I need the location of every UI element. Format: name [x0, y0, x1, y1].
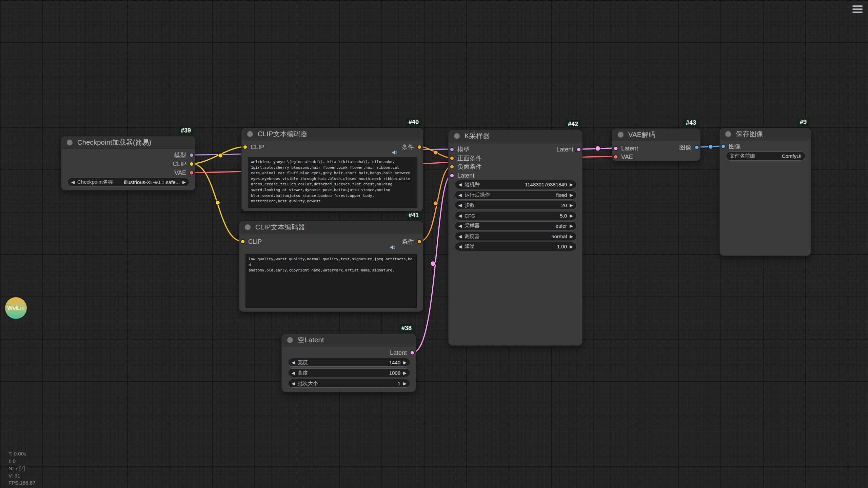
output-label-model: 模型	[174, 151, 186, 159]
output-label-clip: CLIP	[173, 161, 186, 168]
input-port-negative[interactable]	[450, 164, 454, 169]
arrow-right-icon[interactable]: ▶	[403, 360, 407, 365]
input-port-image[interactable]	[721, 144, 726, 149]
node-titlebar[interactable]: CLIP文本编码器	[242, 128, 423, 140]
widget-seed[interactable]: ◀ 随机种 114830176381849 ▶	[455, 180, 577, 189]
output-label-vae: VAE	[174, 169, 186, 177]
arrow-right-icon[interactable]: ▶	[570, 193, 573, 197]
arrow-right-icon[interactable]: ▶	[570, 182, 573, 187]
input-port-vae[interactable]	[613, 155, 618, 159]
speaker-icon[interactable]	[392, 149, 398, 156]
node-vae-decode[interactable]: #43 VAE解码 Latent VAE 图像	[612, 128, 701, 161]
widget-height[interactable]: ◀ 高度 1008 ▶	[288, 368, 410, 377]
node-ksampler[interactable]: #42 K采样器 模型 正面条件 负面条件 Latent Latent ◀ 随机…	[448, 130, 583, 346]
output-port-clip[interactable]	[189, 162, 194, 166]
node-clip-text-encode-positive[interactable]: #40 CLIP文本编码器 CLIP 条件 welchino, yanyo \(…	[241, 128, 423, 211]
arrow-right-icon[interactable]: ▶	[570, 214, 573, 218]
output-label-conditioning: 条件	[402, 238, 414, 246]
performance-stats: T: 0.00s I: 0 N: 7 [7] V: 31 FPS:166.67	[8, 450, 35, 487]
node-title: 空Latent	[298, 336, 324, 345]
node-title: CLIP文本编码器	[255, 223, 305, 232]
node-empty-latent[interactable]: #38 空Latent Latent ◀ 宽度 1440 ▶ ◀ 高度 1008…	[281, 334, 416, 392]
widget-width[interactable]: ◀ 宽度 1440 ▶	[288, 358, 410, 367]
node-titlebar[interactable]: CLIP文本编码器	[239, 221, 423, 233]
node-title: CLIP文本编码器	[258, 129, 308, 139]
widget-batch-size[interactable]: ◀ 批次大小 1 ▶	[288, 379, 410, 388]
weilin-plugin-button[interactable]: WeiLin	[5, 297, 27, 319]
output-label-image: 图像	[679, 143, 691, 151]
arrow-right-icon[interactable]: ▶	[403, 381, 407, 386]
widget-label: 文件名前缀	[730, 153, 755, 159]
arrow-left-icon[interactable]: ◀	[458, 182, 462, 187]
output-port-conditioning[interactable]	[417, 239, 422, 244]
arrow-left-icon[interactable]: ◀	[458, 244, 462, 249]
arrow-right-icon[interactable]: ▶	[570, 203, 573, 207]
arrow-left-icon[interactable]: ◀	[292, 371, 295, 375]
widget-scheduler[interactable]: ◀ 调度器 normal ▶	[455, 232, 577, 241]
arrow-right-icon[interactable]: ▶	[403, 371, 407, 375]
node-status-dot	[618, 132, 624, 138]
prompt-textarea-positive[interactable]: welchino, yanyo \(ogino atsuki\), kita \…	[248, 157, 417, 208]
input-port-clip[interactable]	[243, 145, 248, 149]
prompt-textarea-negative[interactable]: low quality,worst quality,normal quality…	[245, 254, 417, 308]
node-status-dot	[454, 133, 460, 139]
arrow-left-icon[interactable]: ◀	[458, 214, 462, 218]
widget-checkpoint-name[interactable]: ◀ Checkpoint名称 Illustrious-XL-v0.1.safe.…	[67, 178, 190, 187]
node-id-badge: #41	[405, 211, 422, 220]
input-port-model[interactable]	[450, 147, 454, 152]
node-graph-canvas[interactable]: #39 Checkpoint加载器(简易) 模型 CLIP VAE ◀ Chec…	[0, 0, 868, 488]
widget-label: 批次大小	[298, 380, 318, 387]
arrow-right-icon[interactable]: ▶	[570, 244, 573, 249]
widget-label: 高度	[298, 370, 308, 376]
node-titlebar[interactable]: Checkpoint加载器(简易)	[61, 137, 195, 149]
node-titlebar[interactable]: 保存图像	[720, 128, 811, 140]
arrow-right-icon[interactable]: ▶	[570, 224, 573, 228]
widget-filename-prefix[interactable]: 文件名前缀 ComfyUI	[726, 151, 805, 161]
widget-value: euler	[556, 223, 567, 229]
node-status-dot	[287, 337, 293, 343]
widget-label: 随机种	[465, 181, 480, 188]
input-port-clip[interactable]	[240, 239, 245, 244]
output-port-latent[interactable]	[576, 147, 581, 152]
widget-cfg[interactable]: ◀ CFG 5.0 ▶	[455, 211, 577, 220]
arrow-right-icon[interactable]: ▶	[182, 180, 186, 184]
widget-value: 114830176381849	[525, 182, 567, 187]
node-title: VAE解码	[628, 130, 655, 139]
input-port-latent[interactable]	[450, 173, 454, 178]
node-save-image[interactable]: #9 保存图像 图像 文件名前缀 ComfyUI	[719, 128, 811, 256]
arrow-left-icon[interactable]: ◀	[458, 193, 462, 197]
arrow-left-icon[interactable]: ◀	[71, 180, 75, 184]
widget-value: 20	[561, 202, 567, 208]
input-label-negative: 负面条件	[457, 163, 482, 171]
widget-sampler-name[interactable]: ◀ 采样器 euler ▶	[455, 221, 577, 230]
output-port-image[interactable]	[694, 145, 699, 150]
arrow-left-icon[interactable]: ◀	[458, 224, 462, 228]
widget-value: 1.00	[557, 244, 567, 249]
speaker-icon[interactable]	[390, 244, 396, 250]
node-checkpoint-loader[interactable]: #39 Checkpoint加载器(简易) 模型 CLIP VAE ◀ Chec…	[61, 136, 195, 190]
arrow-right-icon[interactable]: ▶	[570, 234, 573, 239]
link-dot	[434, 150, 438, 155]
output-port-model[interactable]	[189, 153, 194, 158]
widget-denoise[interactable]: ◀ 降噪 1.00 ▶	[455, 242, 577, 251]
stat-time: T: 0.00s	[8, 450, 35, 458]
output-port-conditioning[interactable]	[417, 145, 422, 149]
input-port-positive[interactable]	[450, 156, 454, 161]
node-titlebar[interactable]: K采样器	[449, 130, 582, 142]
output-port-vae[interactable]	[189, 170, 194, 175]
arrow-left-icon[interactable]: ◀	[458, 234, 462, 239]
node-status-dot	[245, 224, 251, 230]
arrow-left-icon[interactable]: ◀	[292, 360, 295, 365]
node-id-badge: #42	[565, 120, 581, 129]
widget-steps[interactable]: ◀ 步数 20 ▶	[455, 201, 577, 210]
node-titlebar[interactable]: VAE解码	[612, 129, 700, 141]
input-port-latent[interactable]	[613, 146, 618, 151]
output-port-latent[interactable]	[410, 350, 415, 355]
menu-icon[interactable]	[852, 5, 863, 15]
widget-control-after-generate[interactable]: ◀ 运行后操作 fixed ▶	[455, 190, 577, 200]
node-titlebar[interactable]: 空Latent	[282, 334, 416, 346]
arrow-left-icon[interactable]: ◀	[292, 381, 295, 386]
widget-value: Illustrious-XL-v0.1.safe...	[124, 179, 180, 185]
arrow-left-icon[interactable]: ◀	[458, 203, 462, 207]
node-clip-text-encode-negative[interactable]: #41 CLIP文本编码器 CLIP 条件 low quality,worst …	[239, 221, 423, 312]
